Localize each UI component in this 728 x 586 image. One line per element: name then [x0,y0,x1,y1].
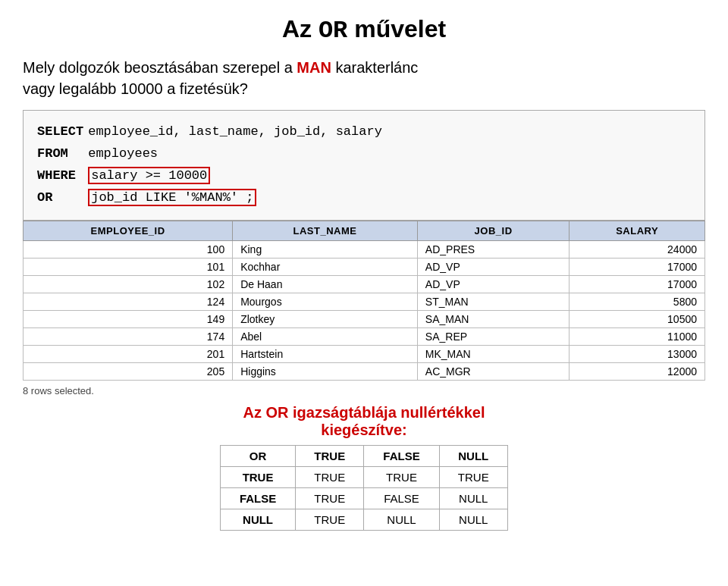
table-cell: 24000 [570,240,705,258]
col-header-last-name: LAST_NAME [233,221,418,240]
truth-cell: TRUE [221,466,296,487]
truth-cell: NULL [221,509,296,530]
table-cell: AC_MGR [417,362,569,380]
table-cell: MK_MAN [417,345,569,362]
result-table: EMPLOYEE_ID LAST_NAME JOB_ID SALARY 100K… [23,221,705,381]
or-truth-title-line1: Az OR igazságtáblája nullértékkel [243,404,485,421]
title-suffix: művelet [347,15,446,42]
table-row: 100KingAD_PRES24000 [24,240,705,258]
subtitle-line1: Mely dolgozók beosztásában szerepel a [23,59,297,76]
table-cell: 5800 [570,293,705,310]
sql-from-table: employees [88,146,158,161]
or-truth-title-line2: kiegészítve: [321,421,406,438]
sql-or-keyword: OR [37,190,52,205]
table-cell: 10500 [570,310,705,327]
table-cell: 13000 [570,345,705,362]
table-cell: 101 [24,258,233,275]
truth-row: FALSETRUEFALSENULL [221,487,508,509]
table-cell: ST_MAN [417,293,569,310]
truth-cell: TRUE [364,466,439,487]
table-cell: 12000 [570,362,705,380]
col-header-job-id: JOB_ID [417,221,569,240]
truth-cell: NULL [364,509,439,530]
truth-header-or: OR [221,445,296,466]
truth-cell: FALSE [364,487,439,509]
or-truth-title: Az OR igazságtáblája nullértékkel kiegés… [243,404,485,439]
table-cell: 17000 [570,258,705,275]
col-header-employee-id: EMPLOYEE_ID [24,221,233,240]
table-cell: King [233,240,418,258]
table-cell: Hartstein [233,345,418,362]
table-row: 124MourgosST_MAN5800 [24,293,705,310]
sql-where-cond: salary >= 10000 [88,167,210,184]
table-cell: Higgins [233,362,418,380]
truth-header-false: FALSE [364,445,439,466]
table-cell: 124 [24,293,233,310]
table-cell: SA_REP [417,327,569,345]
subtitle-line2: karakterlánc [331,59,419,76]
sql-from-keyword: FROM [37,146,68,161]
table-cell: De Haan [233,275,418,293]
table-cell: 11000 [570,327,705,345]
table-cell: AD_PRES [417,240,569,258]
title-keyword: OR [318,17,347,45]
table-cell: AD_VP [417,258,569,275]
sql-or-cond: job_id LIKE '%MAN%' ; [88,189,256,206]
table-row: 149ZlotkeySA_MAN10500 [24,310,705,327]
table-cell: Kochhar [233,258,418,275]
subtitle: Mely dolgozók beosztásában szerepel a MA… [23,57,705,99]
table-cell: Abel [233,327,418,345]
truth-row: TRUETRUETRUETRUE [221,466,508,487]
table-cell: 205 [24,362,233,380]
or-truth-section: Az OR igazságtáblája nullértékkel kiegés… [23,404,705,531]
rows-selected: 8 rows selected. [23,385,705,396]
truth-header-true: TRUE [296,445,364,466]
truth-header-null: NULL [439,445,507,466]
table-row: 201HartsteinMK_MAN13000 [24,345,705,362]
table-row: 102De HaanAD_VP17000 [24,275,705,293]
table-cell: Mourgos [233,293,418,310]
truth-row: NULLTRUENULLNULL [221,509,508,530]
table-cell: 100 [24,240,233,258]
truth-table: ORTRUEFALSENULL TRUETRUETRUETRUEFALSETRU… [220,445,508,531]
truth-cell: TRUE [296,487,364,509]
table-cell: Zlotkey [233,310,418,327]
table-cell: AD_VP [417,275,569,293]
title-prefix: Az [282,15,318,42]
table-cell: 149 [24,310,233,327]
sql-box: SELECT employee_id, last_name, job_id, s… [23,110,705,221]
truth-cell: NULL [439,509,507,530]
table-row: 101KochharAD_VP17000 [24,258,705,275]
truth-cell: NULL [439,487,507,509]
truth-cell: TRUE [296,509,364,530]
subtitle-line3: vagy legalább 10000 a fizetésük? [23,80,248,97]
table-cell: 201 [24,345,233,362]
table-cell: SA_MAN [417,310,569,327]
truth-cell: TRUE [296,466,364,487]
truth-cell: FALSE [221,487,296,509]
page-title: Az OR művelet [23,15,705,45]
truth-cell: TRUE [439,466,507,487]
col-header-salary: SALARY [570,221,705,240]
table-row: 174AbelSA_REP11000 [24,327,705,345]
sql-select-keyword: SELECT [37,124,83,139]
table-cell: 102 [24,275,233,293]
table-cell: 17000 [570,275,705,293]
table-row: 205HigginsAC_MGR12000 [24,362,705,380]
sql-where-keyword: WHERE [37,168,76,183]
sql-select-cols: employee_id, last_name, job_id, salary [88,124,382,139]
subtitle-man: MAN [297,59,331,76]
table-cell: 174 [24,327,233,345]
